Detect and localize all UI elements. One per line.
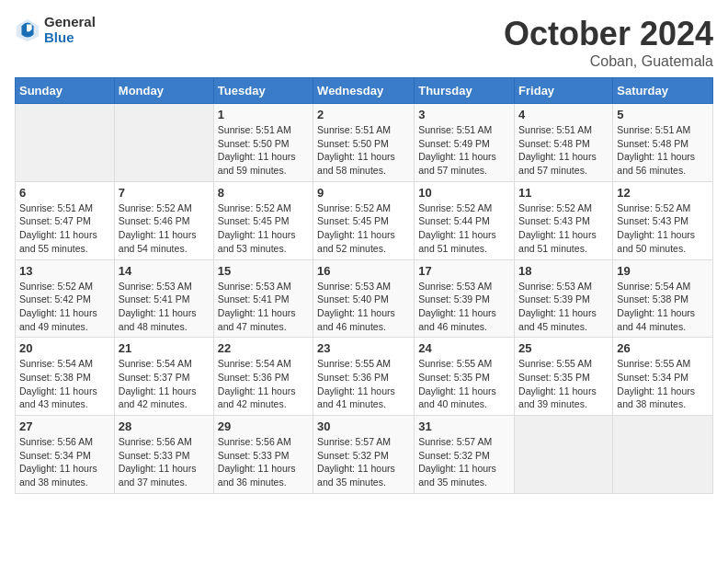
calendar-cell: 18Sunrise: 5:53 AM Sunset: 5:39 PM Dayli… <box>515 259 613 338</box>
day-info: Sunrise: 5:54 AM Sunset: 5:36 PM Dayligh… <box>218 357 309 411</box>
calendar-cell: 7Sunrise: 5:52 AM Sunset: 5:46 PM Daylig… <box>114 181 213 259</box>
calendar-cell: 31Sunrise: 5:57 AM Sunset: 5:32 PM Dayli… <box>415 416 515 494</box>
day-number: 18 <box>518 264 609 278</box>
page-header: General Blue October 2024 Coban, Guatema… <box>15 15 713 70</box>
day-number: 3 <box>418 108 510 121</box>
day-number: 8 <box>218 186 309 200</box>
calendar-cell <box>16 104 115 182</box>
day-number: 19 <box>617 264 709 278</box>
day-info: Sunrise: 5:51 AM Sunset: 5:50 PM Dayligh… <box>218 123 309 178</box>
logo-general: General <box>44 15 96 30</box>
day-number: 9 <box>317 186 410 200</box>
day-number: 20 <box>19 341 110 355</box>
day-info: Sunrise: 5:57 AM Sunset: 5:32 PM Dayligh… <box>418 435 510 489</box>
calendar-week-3: 13Sunrise: 5:52 AM Sunset: 5:42 PM Dayli… <box>16 259 713 338</box>
day-info: Sunrise: 5:52 AM Sunset: 5:45 PM Dayligh… <box>317 201 410 256</box>
day-number: 5 <box>617 108 709 121</box>
day-info: Sunrise: 5:51 AM Sunset: 5:48 PM Dayligh… <box>518 123 609 178</box>
day-info: Sunrise: 5:54 AM Sunset: 5:37 PM Dayligh… <box>119 357 210 411</box>
day-info: Sunrise: 5:56 AM Sunset: 5:33 PM Dayligh… <box>218 435 309 489</box>
calendar-cell: 1Sunrise: 5:51 AM Sunset: 5:50 PM Daylig… <box>213 104 313 182</box>
day-info: Sunrise: 5:54 AM Sunset: 5:38 PM Dayligh… <box>617 280 709 334</box>
calendar-week-1: 1Sunrise: 5:51 AM Sunset: 5:50 PM Daylig… <box>16 104 713 182</box>
day-info: Sunrise: 5:56 AM Sunset: 5:33 PM Dayligh… <box>119 435 210 489</box>
calendar-cell <box>613 416 713 494</box>
day-info: Sunrise: 5:51 AM Sunset: 5:49 PM Dayligh… <box>418 123 510 178</box>
calendar-cell: 28Sunrise: 5:56 AM Sunset: 5:33 PM Dayli… <box>114 416 213 494</box>
day-info: Sunrise: 5:52 AM Sunset: 5:43 PM Dayligh… <box>518 201 609 256</box>
calendar-cell: 26Sunrise: 5:55 AM Sunset: 5:34 PM Dayli… <box>613 338 713 416</box>
calendar-cell: 29Sunrise: 5:56 AM Sunset: 5:33 PM Dayli… <box>213 416 313 494</box>
day-number: 24 <box>418 341 510 355</box>
calendar-cell: 15Sunrise: 5:53 AM Sunset: 5:41 PM Dayli… <box>213 259 313 338</box>
calendar-cell: 16Sunrise: 5:53 AM Sunset: 5:40 PM Dayli… <box>313 259 415 338</box>
day-info: Sunrise: 5:52 AM Sunset: 5:44 PM Dayligh… <box>418 201 510 256</box>
day-number: 15 <box>218 264 309 278</box>
day-info: Sunrise: 5:51 AM Sunset: 5:48 PM Dayligh… <box>617 123 709 178</box>
header-row: Sunday Monday Tuesday Wednesday Thursday… <box>16 78 713 104</box>
calendar-cell: 20Sunrise: 5:54 AM Sunset: 5:38 PM Dayli… <box>16 338 115 416</box>
calendar-cell: 9Sunrise: 5:52 AM Sunset: 5:45 PM Daylig… <box>313 181 415 259</box>
calendar-cell: 19Sunrise: 5:54 AM Sunset: 5:38 PM Dayli… <box>613 259 713 338</box>
day-number: 30 <box>317 419 410 433</box>
day-number: 10 <box>418 186 510 200</box>
day-info: Sunrise: 5:52 AM Sunset: 5:42 PM Dayligh… <box>19 280 110 334</box>
day-number: 27 <box>19 419 110 433</box>
day-info: Sunrise: 5:55 AM Sunset: 5:35 PM Dayligh… <box>518 357 609 411</box>
calendar-cell: 27Sunrise: 5:56 AM Sunset: 5:34 PM Dayli… <box>16 416 115 494</box>
col-monday: Monday <box>114 78 213 104</box>
logo-text: General Blue <box>44 15 96 45</box>
day-info: Sunrise: 5:53 AM Sunset: 5:39 PM Dayligh… <box>418 280 510 334</box>
day-info: Sunrise: 5:54 AM Sunset: 5:38 PM Dayligh… <box>19 357 110 411</box>
calendar-week-5: 27Sunrise: 5:56 AM Sunset: 5:34 PM Dayli… <box>16 416 713 494</box>
calendar-cell: 8Sunrise: 5:52 AM Sunset: 5:45 PM Daylig… <box>213 181 313 259</box>
day-number: 11 <box>518 186 609 200</box>
calendar-cell: 24Sunrise: 5:55 AM Sunset: 5:35 PM Dayli… <box>415 338 515 416</box>
day-number: 7 <box>119 186 210 200</box>
calendar-cell: 3Sunrise: 5:51 AM Sunset: 5:49 PM Daylig… <box>415 104 515 182</box>
col-wednesday: Wednesday <box>313 78 415 104</box>
day-number: 22 <box>218 341 309 355</box>
month-title: October 2024 <box>504 15 713 53</box>
col-friday: Friday <box>515 78 613 104</box>
day-number: 28 <box>119 419 210 433</box>
calendar-cell: 30Sunrise: 5:57 AM Sunset: 5:32 PM Dayli… <box>313 416 415 494</box>
day-number: 1 <box>218 108 309 121</box>
day-info: Sunrise: 5:51 AM Sunset: 5:47 PM Dayligh… <box>19 201 110 256</box>
day-info: Sunrise: 5:51 AM Sunset: 5:50 PM Dayligh… <box>317 123 410 178</box>
col-saturday: Saturday <box>613 78 713 104</box>
calendar-cell: 5Sunrise: 5:51 AM Sunset: 5:48 PM Daylig… <box>613 104 713 182</box>
calendar-cell: 23Sunrise: 5:55 AM Sunset: 5:36 PM Dayli… <box>313 338 415 416</box>
day-number: 4 <box>518 108 609 121</box>
calendar-cell: 25Sunrise: 5:55 AM Sunset: 5:35 PM Dayli… <box>515 338 613 416</box>
day-number: 16 <box>317 264 410 278</box>
day-number: 23 <box>317 341 410 355</box>
calendar-table: Sunday Monday Tuesday Wednesday Thursday… <box>15 77 713 494</box>
day-info: Sunrise: 5:53 AM Sunset: 5:41 PM Dayligh… <box>119 280 210 334</box>
calendar-week-4: 20Sunrise: 5:54 AM Sunset: 5:38 PM Dayli… <box>16 338 713 416</box>
day-info: Sunrise: 5:52 AM Sunset: 5:45 PM Dayligh… <box>218 201 309 256</box>
logo-blue: Blue <box>44 30 96 46</box>
day-info: Sunrise: 5:52 AM Sunset: 5:43 PM Dayligh… <box>617 201 709 256</box>
day-number: 29 <box>218 419 309 433</box>
day-number: 14 <box>119 264 210 278</box>
day-info: Sunrise: 5:57 AM Sunset: 5:32 PM Dayligh… <box>317 435 410 489</box>
calendar-cell: 17Sunrise: 5:53 AM Sunset: 5:39 PM Dayli… <box>415 259 515 338</box>
day-number: 12 <box>617 186 709 200</box>
day-info: Sunrise: 5:56 AM Sunset: 5:34 PM Dayligh… <box>19 435 110 489</box>
day-number: 2 <box>317 108 410 121</box>
day-number: 31 <box>418 419 510 433</box>
day-info: Sunrise: 5:55 AM Sunset: 5:35 PM Dayligh… <box>418 357 510 411</box>
day-number: 25 <box>518 341 609 355</box>
day-info: Sunrise: 5:53 AM Sunset: 5:41 PM Dayligh… <box>218 280 309 334</box>
calendar-cell: 22Sunrise: 5:54 AM Sunset: 5:36 PM Dayli… <box>213 338 313 416</box>
calendar-cell: 21Sunrise: 5:54 AM Sunset: 5:37 PM Dayli… <box>114 338 213 416</box>
logo-icon <box>15 17 40 43</box>
title-block: October 2024 Coban, Guatemala <box>504 15 713 70</box>
calendar-cell: 12Sunrise: 5:52 AM Sunset: 5:43 PM Dayli… <box>613 181 713 259</box>
calendar-cell <box>114 104 213 182</box>
day-number: 6 <box>19 186 110 200</box>
calendar-cell: 2Sunrise: 5:51 AM Sunset: 5:50 PM Daylig… <box>313 104 415 182</box>
day-info: Sunrise: 5:55 AM Sunset: 5:34 PM Dayligh… <box>617 357 709 411</box>
day-number: 26 <box>617 341 709 355</box>
